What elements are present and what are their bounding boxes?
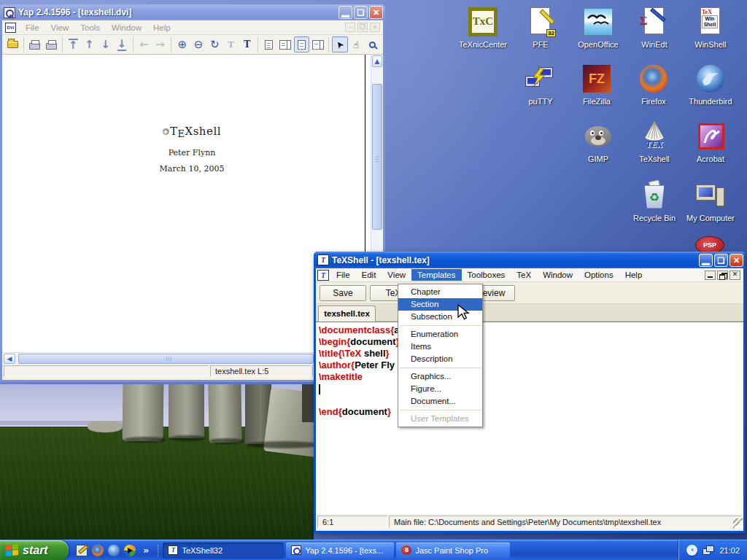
menu-item-figure[interactable]: Figure... xyxy=(398,383,482,395)
desktop-icon-winshell[interactable]: TeXWin Shell WinShell xyxy=(682,6,739,49)
network-tray-icon[interactable] xyxy=(703,545,714,555)
previous-page-icon[interactable]: ↑ xyxy=(82,36,97,52)
desktop-icon-recycle-bin[interactable]: ♻ Recycle Bin xyxy=(626,179,683,222)
menu-item-description[interactable]: Description xyxy=(398,353,482,365)
single-page-view-icon[interactable] xyxy=(261,36,276,52)
print-icon[interactable] xyxy=(27,36,42,52)
texshell-statusbar: 6:1 Main file: C:\Documents and Settings… xyxy=(316,514,743,529)
print-setup-icon[interactable] xyxy=(43,36,58,52)
zoom-in-icon[interactable]: ⊕ xyxy=(174,36,190,52)
hand-tool-icon[interactable]: ☝ xyxy=(349,36,364,52)
show-desktop-icon[interactable] xyxy=(76,545,88,556)
texshell-maximize-button[interactable]: ❑ xyxy=(714,254,728,267)
zoom-out-icon[interactable]: ⊖ xyxy=(190,36,206,52)
open-file-icon[interactable] xyxy=(5,36,20,52)
menu-file[interactable]: File xyxy=(330,269,356,281)
yap-close-button[interactable]: ✕ xyxy=(369,6,383,19)
scroll-up-arrow[interactable]: ▲ xyxy=(372,55,382,67)
back-icon[interactable]: ← xyxy=(136,36,152,52)
yap-menu-tools[interactable]: Tools xyxy=(74,23,106,32)
mdi-restore-button[interactable] xyxy=(717,271,728,280)
desktop-icon-filezilla[interactable]: FZ FileZilla xyxy=(568,63,625,106)
mdi-minimize-button[interactable] xyxy=(705,271,716,280)
desktop-icon-firefox[interactable]: Firefox xyxy=(625,63,682,106)
acrobat-icon xyxy=(698,123,724,149)
texshell-close-button[interactable]: ✕ xyxy=(729,254,743,267)
menu-item-user-templates[interactable]: User Templates xyxy=(398,413,482,425)
taskbar-button-yap[interactable]: Yap 2.4.1596 - [texs... xyxy=(286,542,394,559)
icon-label: WinShell xyxy=(682,40,739,49)
texshell-titlebar[interactable]: T TeXShell - [texshell.tex] ▬ ❑ ✕ xyxy=(314,252,746,268)
dvi-title: TEXshell xyxy=(112,125,272,138)
dvi-date: March 10, 2005 xyxy=(112,164,272,174)
menu-toolboxes[interactable]: Toolboxes xyxy=(462,269,511,281)
last-page-icon[interactable]: ↓ xyxy=(114,36,129,52)
taskbar: start » T TeXShell32 Yap 2.4.1596 - [tex… xyxy=(0,540,747,560)
first-page-icon[interactable]: ↑ xyxy=(66,36,81,52)
scroll-left-arrow[interactable]: ◀ xyxy=(4,354,15,364)
desktop-icon-openoffice[interactable]: OpenOffice xyxy=(570,6,627,49)
hscroll-thumb[interactable] xyxy=(18,354,314,364)
menu-templates[interactable]: Templates xyxy=(411,269,461,281)
desktop-icon-gimp[interactable]: GIMP xyxy=(570,120,627,163)
firefox-quicklaunch-icon[interactable] xyxy=(92,545,104,556)
menu-view[interactable]: View xyxy=(382,269,411,281)
menu-edit[interactable]: Edit xyxy=(356,269,382,281)
texshell-minimize-button[interactable]: ▬ xyxy=(699,254,713,267)
continuous-double-view-icon[interactable] xyxy=(310,36,325,52)
continuous-view-icon[interactable] xyxy=(294,36,309,52)
tab-texshell-tex[interactable]: texshell.tex xyxy=(318,306,376,322)
status-cursor-position: 6:1 xyxy=(317,516,387,528)
menu-item-items[interactable]: Items xyxy=(398,341,482,353)
menu-item-document[interactable]: Document... xyxy=(398,395,482,408)
yap-menu-view[interactable]: View xyxy=(45,23,75,32)
start-button[interactable]: start xyxy=(0,540,69,560)
forward-icon[interactable]: → xyxy=(152,36,168,52)
next-page-icon[interactable]: ↓ xyxy=(98,36,113,52)
magnifier-tool-icon[interactable] xyxy=(365,36,380,52)
texshell-taskbar-icon: T xyxy=(168,545,178,555)
menu-options[interactable]: Options xyxy=(578,269,619,281)
vscroll-thumb[interactable] xyxy=(372,84,382,230)
menu-item-graphics[interactable]: Graphics... xyxy=(398,370,482,383)
menu-help[interactable]: Help xyxy=(619,269,649,281)
yap-status-empty xyxy=(4,365,209,377)
quicklaunch-chevron[interactable]: » xyxy=(140,545,152,556)
desktop-icon-my-computer[interactable]: My Computer xyxy=(682,179,739,222)
double-page-view-icon[interactable] xyxy=(278,36,293,52)
desktop-icon-acrobat[interactable]: Acrobat xyxy=(682,120,739,163)
yap-minimize-button[interactable]: ▬ xyxy=(338,6,352,19)
menu-tex[interactable]: TeX xyxy=(511,269,537,281)
texshell-menubar: T File Edit View Templates Toolboxes TeX… xyxy=(316,268,743,282)
recycle-bin-icon: ♻ xyxy=(638,179,671,211)
select-tool-icon[interactable]: ➤ xyxy=(332,36,347,52)
media-player-quicklaunch-icon[interactable] xyxy=(124,545,136,556)
yap-menu-window[interactable]: Window xyxy=(106,23,147,32)
yap-menu-help[interactable]: Help xyxy=(147,23,177,32)
text-outline-mode-icon[interactable]: T xyxy=(223,36,239,52)
thunderbird-quicklaunch-icon[interactable] xyxy=(108,545,120,556)
taskbar-button-paint-shop-pro[interactable]: 8 Jasc Paint Shop Pro xyxy=(396,542,510,559)
yap-titlebar[interactable]: Yap 2.4.1596 - [texshell.dvi] ▬ ❑ ✕ xyxy=(0,4,385,20)
refresh-icon[interactable]: ↻ xyxy=(207,36,222,52)
editor-line: \title{\TeX shell} xyxy=(319,348,743,359)
menu-window[interactable]: Window xyxy=(537,269,578,281)
desktop-icon-texshell[interactable]: TEX TeXshell xyxy=(626,120,683,163)
desktop-icon-pfe[interactable]: 32 PFE xyxy=(512,6,569,49)
yap-menu-file[interactable]: File xyxy=(20,23,45,32)
text-render-mode-icon[interactable]: T xyxy=(239,36,255,52)
save-button[interactable]: Save xyxy=(320,285,366,301)
editor[interactable]: \documentclass{a\begin{document}\title{\… xyxy=(316,322,743,514)
taskbar-button-texshell32[interactable]: T TeXShell32 xyxy=(163,542,284,559)
desktop-icon-putty[interactable]: puTTY xyxy=(512,63,569,106)
menu-item-chapter[interactable]: Chapter xyxy=(398,286,482,298)
mdi-close-button[interactable] xyxy=(729,271,740,280)
toolbar-separator xyxy=(133,37,133,52)
resize-grip[interactable] xyxy=(733,518,743,529)
desktop-icon-texniccenter[interactable]: TxC TeXnicCenter xyxy=(454,6,511,49)
menu-item-enumeration[interactable]: Enumeration xyxy=(398,328,482,341)
desktop-icon-thunderbird[interactable]: Thunderbird xyxy=(682,63,739,106)
tray-collapse-chevron-icon[interactable]: ‹ xyxy=(686,545,697,556)
desktop-icon-winedt[interactable]: Σ WinEdt xyxy=(626,6,683,49)
yap-maximize-button[interactable]: ❑ xyxy=(354,6,368,19)
